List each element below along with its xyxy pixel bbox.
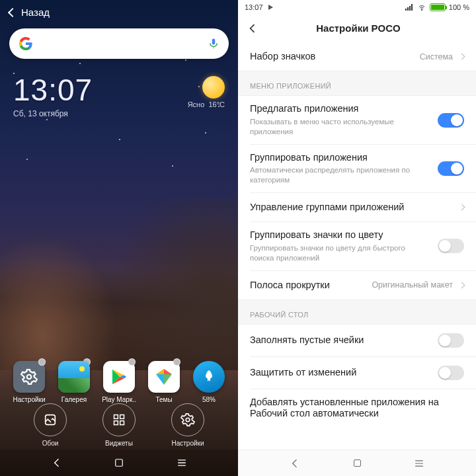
sun-icon xyxy=(202,76,225,99)
widgets-icon xyxy=(112,413,126,426)
notif-dot-icon xyxy=(38,358,46,366)
row-group-by-color[interactable]: Группировать значки по цветуГруппировать… xyxy=(238,222,476,270)
row-fill-empty[interactable]: Заполнять пустые ячейки xyxy=(238,325,476,356)
row-manage-groups[interactable]: Управление группами приложений xyxy=(238,193,476,221)
page-title: Настройки POCO xyxy=(245,22,472,34)
google-search-bar[interactable] xyxy=(9,28,229,59)
nav-recent-icon[interactable] xyxy=(175,456,188,469)
homescreen: Назад 13:07 Сб, 13 октября Ясно 16°C xyxy=(0,0,238,476)
google-logo-icon xyxy=(19,36,33,51)
toggle-lock[interactable] xyxy=(438,366,464,380)
chevron-right-icon xyxy=(459,54,465,60)
status-bar: 13:07 100 % xyxy=(238,0,476,15)
app-gallery[interactable]: Галерея xyxy=(54,361,94,403)
weather-desc: Ясно 16°C xyxy=(188,100,225,108)
tool-wallpaper[interactable]: Обои xyxy=(34,403,67,447)
status-time: 13:07 xyxy=(245,3,263,11)
svg-point-2 xyxy=(27,375,32,379)
toggle-color[interactable] xyxy=(438,239,464,253)
edit-toolbar: Обои Виджеты Настройки xyxy=(0,403,238,447)
app-cleaner[interactable]: 58% xyxy=(189,361,229,403)
svg-rect-6 xyxy=(114,421,118,425)
section-app-menu: МЕНЮ ПРИЛОЖЕНИЙ xyxy=(238,71,476,96)
row-lock-layout[interactable]: Защитить от изменений xyxy=(238,357,476,389)
nav-back-icon[interactable] xyxy=(50,456,63,469)
themes-icon xyxy=(153,366,175,387)
app-play-store[interactable]: Play Марк.. xyxy=(99,361,139,403)
play-store-icon xyxy=(109,367,129,387)
section-home: РАБОЧИЙ СТОЛ xyxy=(238,299,476,325)
chevron-left-icon xyxy=(8,7,17,17)
svg-point-8 xyxy=(186,418,190,422)
signal-icon xyxy=(405,4,414,11)
gear-icon xyxy=(180,413,195,427)
app-row: Настройки Галерея Play Марк.. Темы 58% xyxy=(0,361,238,403)
row-scrollbar[interactable]: Полоса прокрутки Оригинальный макет xyxy=(238,271,476,299)
nav-home-icon[interactable] xyxy=(113,457,125,469)
battery-icon xyxy=(430,3,446,11)
gear-icon xyxy=(20,368,38,385)
app-themes[interactable]: Темы xyxy=(144,361,184,403)
app-settings[interactable]: Настройки xyxy=(9,361,49,403)
back-label: Назад xyxy=(21,7,50,18)
nav-recent-icon[interactable] xyxy=(413,457,426,470)
svg-rect-0 xyxy=(212,39,216,45)
mic-icon[interactable] xyxy=(208,36,219,51)
notif-dot-icon xyxy=(173,358,180,366)
nav-back-icon[interactable] xyxy=(288,457,301,470)
play-store-status-icon xyxy=(268,5,273,10)
svg-rect-5 xyxy=(120,415,124,419)
chevron-right-icon xyxy=(459,204,465,211)
nav-home-icon[interactable] xyxy=(352,457,363,469)
clock-widget[interactable]: 13:07 Сб, 13 октября xyxy=(13,72,93,118)
svg-rect-7 xyxy=(120,421,124,425)
notif-dot-icon xyxy=(128,358,136,366)
row-group-apps[interactable]: Группировать приложенияАвтоматически рас… xyxy=(238,145,476,192)
svg-rect-4 xyxy=(114,415,118,419)
tool-widgets[interactable]: Виджеты xyxy=(102,403,136,447)
chevron-right-icon xyxy=(459,282,465,288)
header: Настройки POCO xyxy=(238,15,476,42)
toggle-group[interactable] xyxy=(438,161,464,176)
rocket-icon xyxy=(201,369,217,385)
row-auto-add[interactable]: Добавлять установленные приложения на Ра… xyxy=(238,389,476,427)
row-icon-set[interactable]: Набор значков Система xyxy=(238,42,476,71)
toggle-fill[interactable] xyxy=(438,333,464,348)
wallpaper-icon xyxy=(43,413,58,427)
wifi-icon xyxy=(417,4,426,11)
battery-pct: 100 % xyxy=(449,3,469,11)
svg-point-10 xyxy=(421,9,422,10)
nav-bar xyxy=(238,450,476,476)
svg-rect-1 xyxy=(213,47,214,49)
back-header[interactable]: Назад xyxy=(0,0,238,24)
toggle-suggest[interactable] xyxy=(438,113,464,128)
clock-date: Сб, 13 октября xyxy=(13,109,93,118)
settings-list[interactable]: Набор значков Система МЕНЮ ПРИЛОЖЕНИЙ Пр… xyxy=(238,42,476,476)
svg-rect-11 xyxy=(354,460,360,467)
weather-widget[interactable]: Ясно 16°C xyxy=(188,76,225,108)
row-suggest-apps[interactable]: Предлагать приложенияПоказывать в меню ч… xyxy=(238,96,476,143)
tool-settings[interactable]: Настройки xyxy=(171,403,204,447)
nav-bar xyxy=(0,450,238,476)
settings-screen: 13:07 100 % Настройки POCO Набор значков… xyxy=(238,0,476,476)
svg-rect-9 xyxy=(116,459,123,467)
clock-time: 13:07 xyxy=(13,72,93,108)
